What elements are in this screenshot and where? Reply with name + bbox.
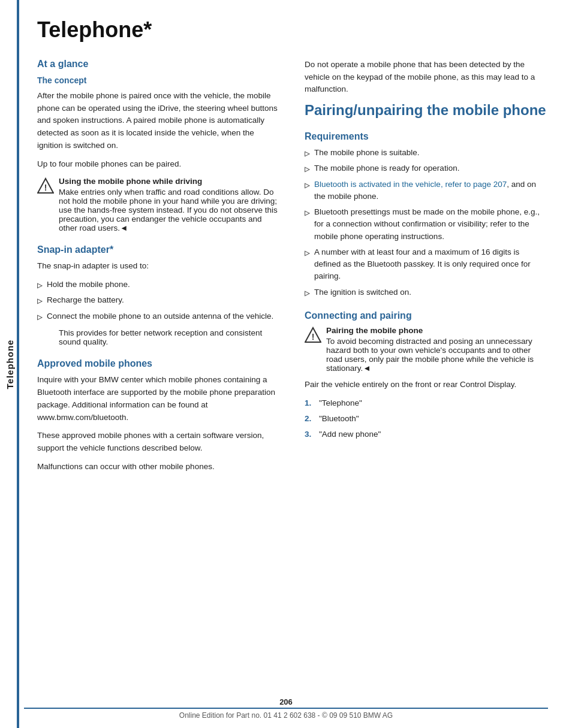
subsection-concept-title: The concept bbox=[37, 75, 281, 85]
list-item: ▷ The ignition is switched on. bbox=[305, 286, 548, 298]
concept-body2: Up to four mobile phones can be paired. bbox=[37, 158, 281, 171]
warning-pairing-text: Pairing the mobile phone To avoid becomi… bbox=[326, 326, 548, 373]
arrow-icon: ▷ bbox=[305, 288, 309, 298]
arrow-icon: ▷ bbox=[305, 149, 309, 159]
footer-edition: Online Edition for Part no. 01 41 2 602 … bbox=[24, 708, 548, 720]
end-marker-1: ◄ bbox=[120, 223, 128, 232]
warning-pairing-title: Pairing the mobile phone bbox=[326, 326, 548, 335]
warning-icon-2: ! bbox=[305, 327, 321, 343]
footer-page-number: 206 bbox=[279, 697, 293, 706]
step-3: 3."Add new phone" bbox=[305, 428, 548, 440]
arrow-icon: ▷ bbox=[37, 296, 42, 306]
requirements-title: Requirements bbox=[305, 131, 548, 142]
list-item: ▷Hold the mobile phone. bbox=[37, 279, 281, 291]
content-area: Telephone* At a glance The concept After… bbox=[19, 0, 572, 728]
pairing-body: Pair the vehicle entirely on the front o… bbox=[305, 379, 548, 391]
section-at-a-glance: At a glance bbox=[37, 59, 281, 70]
arrow-icon: ▷ bbox=[305, 248, 309, 258]
warning-driving-text: Using the mobile phone while driving Mak… bbox=[59, 177, 281, 232]
arrow-icon: ▷ bbox=[37, 312, 42, 322]
list-item: ▷Recharge the battery. bbox=[37, 294, 281, 306]
step-1: 1."Telephone" bbox=[305, 397, 548, 409]
arrow-icon: ▷ bbox=[305, 164, 309, 174]
arrow-icon: ▷ bbox=[305, 180, 309, 191]
section-pairing-title: Pairing/unpairing the mobile phone bbox=[305, 102, 548, 119]
list-item: ▷ Bluetooth presettings must be made on … bbox=[305, 206, 548, 243]
list-item: ▷ The mobile phone is ready for operatio… bbox=[305, 162, 548, 174]
requirements-list: ▷ The mobile phone is suitable. ▷ The mo… bbox=[305, 147, 548, 298]
svg-text:!: ! bbox=[312, 332, 315, 342]
right-column: Do not operate a mobile phone that has b… bbox=[305, 59, 548, 480]
page-title: Telephone* bbox=[37, 18, 548, 42]
snap-in-list: ▷Hold the mobile phone. ▷Recharge the ba… bbox=[37, 279, 281, 322]
left-column: At a glance The concept After the mobile… bbox=[37, 59, 281, 480]
list-item: ▷ The mobile phone is suitable. bbox=[305, 147, 548, 159]
approved-body1: Inquire with your BMW center which mobil… bbox=[37, 374, 281, 424]
approved-body3: Malfunctions can occur with other mobile… bbox=[37, 461, 281, 473]
pairing-steps: 1."Telephone" 2."Bluetooth" 3."Add new p… bbox=[305, 397, 548, 441]
snap-in-body: The snap-in adapter is used to: bbox=[37, 260, 281, 273]
right-top-para: Do not operate a mobile phone that has b… bbox=[305, 59, 548, 96]
warning-driving-title: Using the mobile phone while driving bbox=[59, 177, 281, 186]
warning-pairing: ! Pairing the mobile phone To avoid beco… bbox=[305, 326, 548, 373]
list-item: ▷ Bluetooth is activated in the vehicle,… bbox=[305, 179, 548, 203]
step-2: 2."Bluetooth" bbox=[305, 413, 548, 425]
warning-icon: ! bbox=[37, 177, 54, 194]
side-tab-bar bbox=[17, 0, 19, 728]
concept-body1: After the mobile phone is paired once wi… bbox=[37, 90, 281, 153]
list-item: ▷Connect the mobile phone to an outside … bbox=[37, 310, 281, 322]
svg-text:!: ! bbox=[44, 183, 47, 192]
approved-body2: These approved mobile phones with a cert… bbox=[37, 430, 281, 455]
connecting-pairing-title: Connecting and pairing bbox=[305, 310, 548, 321]
arrow-icon: ▷ bbox=[305, 208, 309, 218]
two-column-layout: At a glance The concept After the mobile… bbox=[37, 59, 548, 480]
side-tab-label: Telephone bbox=[2, 334, 17, 394]
snap-in-indented: This provides for better network recepti… bbox=[59, 328, 281, 346]
warning-pairing-body: To avoid becoming distracted and posing … bbox=[326, 337, 534, 373]
end-marker-2: ◄ bbox=[363, 364, 371, 373]
side-tab: Telephone bbox=[0, 0, 19, 728]
warning-driving: ! Using the mobile phone while driving M… bbox=[37, 177, 281, 232]
arrow-icon: ▷ bbox=[37, 280, 42, 291]
section-approved-title: Approved mobile phones bbox=[37, 358, 281, 369]
list-item: ▷ A number with at least four and a maxi… bbox=[305, 246, 548, 283]
warning-driving-body: Make entries only when traffic and road … bbox=[59, 188, 278, 232]
page-footer: 206 Online Edition for Part no. 01 41 2 … bbox=[0, 690, 572, 728]
bluetooth-link[interactable]: Bluetooth is activated in the vehicle, r… bbox=[314, 180, 507, 189]
section-snap-in-title: Snap-in adapter* bbox=[37, 244, 281, 255]
